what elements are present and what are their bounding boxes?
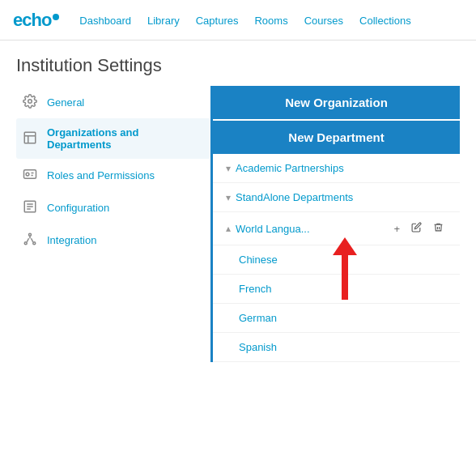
logo-icon — [52, 13, 60, 21]
edit-icon — [411, 222, 422, 232]
network-icon — [23, 232, 39, 248]
sidebar-item-configuration[interactable]: Configuration — [16, 191, 210, 224]
new-organization-button[interactable]: New Organization — [213, 86, 460, 119]
sidebar-roles-label: Roles and Permissions — [47, 169, 155, 181]
sidebar-organizations-label: Organizations and Departments — [47, 126, 204, 151]
delete-world-button[interactable] — [430, 220, 447, 237]
new-department-button[interactable]: New Department — [213, 121, 460, 154]
svg-rect-2 — [24, 132, 36, 143]
sub-french-label: French — [239, 283, 271, 295]
nav-dashboard[interactable]: Dashboard — [79, 15, 131, 27]
list-box-icon — [23, 199, 39, 215]
main-layout: General Organizations and Departments Ro… — [0, 86, 476, 362]
sidebar-configuration-label: Configuration — [47, 202, 109, 214]
sidebar: General Organizations and Departments Ro… — [16, 86, 210, 362]
nav-captures[interactable]: Captures — [196, 15, 239, 27]
add-world-button[interactable]: + — [390, 221, 403, 237]
arrow-head — [333, 237, 357, 255]
chevron-standalone-icon: ▾ — [226, 192, 231, 203]
logo-text: echo — [13, 10, 51, 31]
sub-spanish-label: Spanish — [239, 341, 277, 353]
svg-point-8 — [33, 242, 36, 245]
nav-courses[interactable]: Courses — [304, 15, 343, 27]
edit-world-button[interactable] — [408, 220, 425, 237]
person-card-icon — [23, 167, 39, 183]
nav-rooms[interactable]: Rooms — [254, 15, 287, 27]
nav-collections[interactable]: Collections — [359, 15, 411, 27]
svg-point-6 — [29, 233, 32, 236]
nav-library[interactable]: Library — [147, 15, 180, 27]
sidebar-integration-label: Integration — [47, 234, 96, 246]
sub-chinese-label: Chinese — [239, 254, 278, 266]
sub-item-spanish[interactable]: Spanish — [213, 333, 460, 362]
sidebar-item-roles[interactable]: Roles and Permissions — [16, 159, 210, 191]
svg-point-0 — [53, 14, 59, 20]
logo[interactable]: echo — [13, 10, 60, 31]
sub-german-label: German — [239, 312, 277, 324]
tree-world-actions: + — [390, 220, 447, 237]
tree-world-label: World Langua... — [236, 223, 310, 235]
building-icon — [23, 130, 39, 147]
chevron-academic-icon: ▾ — [226, 163, 231, 174]
chevron-world-icon: ▴ — [226, 223, 231, 234]
svg-point-4 — [26, 173, 29, 176]
sidebar-item-general[interactable]: General — [16, 86, 210, 118]
tree-item-academic[interactable]: ▾ Academic Partnerships — [213, 154, 460, 183]
content-panel: New Organization New Department ▾ Academ… — [210, 86, 460, 362]
gear-icon — [23, 94, 39, 110]
arrow-shaft — [342, 255, 348, 300]
top-nav: echo Dashboard Library Captures Rooms Co… — [0, 0, 476, 41]
sidebar-item-organizations[interactable]: Organizations and Departments — [16, 118, 210, 159]
nav-links: Dashboard Library Captures Rooms Courses… — [79, 14, 410, 27]
sidebar-item-integration[interactable]: Integration — [16, 224, 210, 256]
trash-icon — [433, 222, 444, 232]
sidebar-general-label: General — [47, 96, 84, 109]
content-panel-wrapper: New Organization New Department ▾ Academ… — [210, 86, 460, 362]
svg-point-7 — [24, 242, 27, 245]
red-arrow-up — [333, 237, 357, 300]
tree-academic-label: Academic Partnerships — [236, 162, 344, 174]
tree-item-standalone[interactable]: ▾ StandAlone Departments — [213, 183, 460, 212]
tree-standalone-label: StandAlone Departments — [236, 191, 353, 203]
sub-item-german[interactable]: German — [213, 304, 460, 333]
svg-point-1 — [28, 100, 32, 104]
page-title: Institution Settings — [0, 41, 476, 86]
